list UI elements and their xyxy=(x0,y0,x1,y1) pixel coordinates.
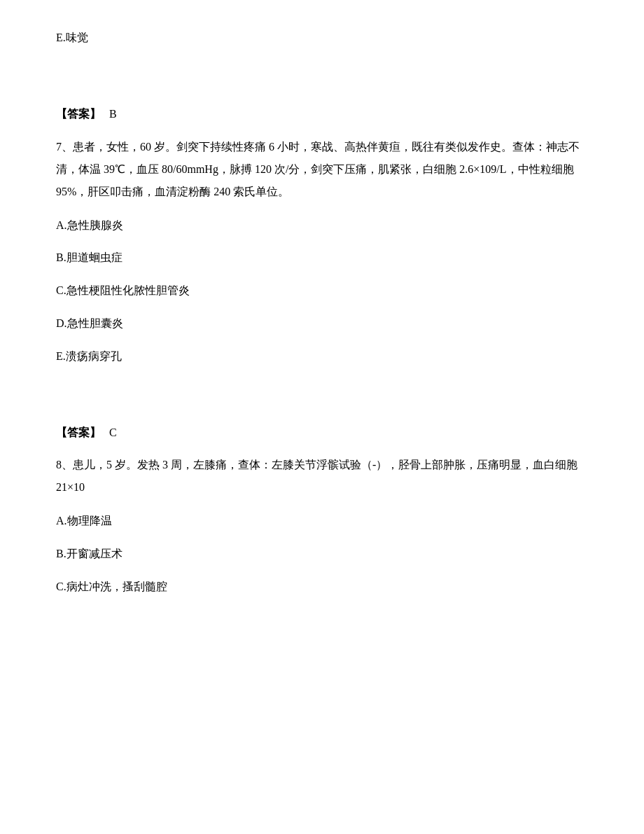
q8-option-b: B.开窗减压术 xyxy=(56,544,588,564)
q7-option-a-text: A.急性胰腺炎 xyxy=(56,219,123,231)
q8-option-a-text: A.物理降温 xyxy=(56,515,112,527)
answer-block-2: 【答案】 C xyxy=(56,423,588,443)
q8-option-c: C.病灶冲洗，搔刮髓腔 xyxy=(56,577,588,597)
q7-option-e-text: E.溃疡病穿孔 xyxy=(56,350,122,362)
question7-text: 7、患者，女性，60 岁。剑突下持续性疼痛 6 小时，寒战、高热伴黄疸，既往有类… xyxy=(56,141,580,197)
answer2-value: C xyxy=(109,426,117,438)
answer1-label: 【答案】 xyxy=(56,108,101,120)
q7-option-d-text: D.急性胆囊炎 xyxy=(56,317,123,329)
q8-option-c-text: C.病灶冲洗，搔刮髓腔 xyxy=(56,581,167,592)
answer-block-1: 【答案】 B xyxy=(56,104,588,125)
question-8: 8、患儿，5 岁。发热 3 周，左膝痛，查体：左膝关节浮髌试验（-），胫骨上部肿… xyxy=(56,454,588,499)
q7-option-b-text: B.胆道蛔虫症 xyxy=(56,251,122,263)
q7-option-e: E.溃疡病穿孔 xyxy=(56,347,588,367)
q8-option-a: A.物理降温 xyxy=(56,511,588,531)
question-7: 7、患者，女性，60 岁。剑突下持续性疼痛 6 小时，寒战、高热伴黄疸，既往有类… xyxy=(56,136,588,203)
q7-option-c-text: C.急性梗阻性化脓性胆管炎 xyxy=(56,284,190,296)
q8-option-b-text: B.开窗减压术 xyxy=(56,548,122,560)
answer1-value: B xyxy=(109,108,117,120)
question8-text: 8、患儿，5 岁。发热 3 周，左膝痛，查体：左膝关节浮髌试验（-），胫骨上部肿… xyxy=(56,459,578,493)
q7-option-b: B.胆道蛔虫症 xyxy=(56,248,588,268)
q7-option-d: D.急性胆囊炎 xyxy=(56,314,588,334)
option-e-taste: E.味觉 xyxy=(56,28,588,48)
q7-option-a: A.急性胰腺炎 xyxy=(56,216,588,236)
option-e-taste-text: E.味觉 xyxy=(56,32,88,43)
q7-option-c: C.急性梗阻性化脓性胆管炎 xyxy=(56,281,588,301)
answer2-label: 【答案】 xyxy=(56,426,101,438)
